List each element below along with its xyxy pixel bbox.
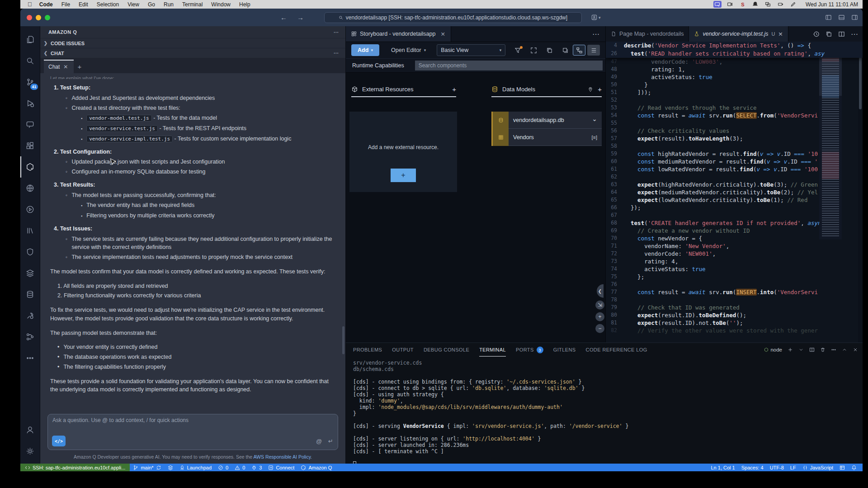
ports-indicator[interactable]: 3 [248,464,265,471]
add-external-resource-button[interactable]: + [391,169,416,182]
filter-icon[interactable] [514,47,521,54]
section-more-icon[interactable]: ⋯ [334,50,339,56]
eol[interactable]: LF [787,464,799,471]
open-changes-icon[interactable] [826,30,832,38]
activity-library[interactable] [20,220,40,241]
editor-tab[interactable]: vendor-service-impl.test.jsU✕ [689,26,788,42]
new-chat-tab-button[interactable]: + [74,60,85,73]
chat-tab[interactable]: Chat ✕ [44,60,74,73]
camera-status-icon[interactable] [726,1,734,8]
section-chat[interactable]: ❮︎ CHAT ⋯ [40,48,345,58]
panel-tab-debug-console[interactable]: DEBUG CONSOLE [424,343,469,357]
activity-amazon-q[interactable] [20,156,40,178]
battery-icon[interactable] [777,1,785,8]
panel-tab-code-reference-log[interactable]: CODE REFERENCE LOG [586,343,647,357]
s-app-icon[interactable]: S [739,1,747,8]
zoom-out-icon[interactable]: − [595,324,604,333]
errors[interactable]: 0 [215,464,231,471]
connect[interactable]: Connect [265,464,297,471]
apple-menu-icon[interactable]:  [28,1,32,8]
list-view-toggle[interactable] [587,45,600,56]
indentation[interactable]: Spaces: 4 [738,464,767,471]
menu-item-window[interactable]: Window [211,1,231,8]
graph-view-toggle[interactable] [573,45,585,56]
chat-input[interactable] [52,417,333,423]
chat-scrollbar[interactable] [342,326,344,354]
shell-process-label[interactable]: node [764,347,782,352]
activity-pipeline[interactable] [20,326,40,347]
search-components-input[interactable] [415,61,603,70]
minimap[interactable] [819,42,842,239]
toggle-panel-icon[interactable] [838,14,845,21]
add-button[interactable]: Add▾ [351,44,379,56]
notification-icon[interactable] [751,1,760,8]
chevron-down-icon[interactable]: ⌄ [592,115,597,122]
data-model-row[interactable]: Vendors[≡] [491,129,602,146]
tab-bar-more-icon[interactable]: ⋯ [592,30,600,38]
menu-item-view[interactable]: View [127,1,139,8]
menu-item-help[interactable]: Help [239,1,250,8]
menu-item-run[interactable]: Run [164,1,174,8]
add-external-resource-icon[interactable]: + [452,85,456,93]
panel-tab-gitlens[interactable]: GITLENS [553,343,576,357]
editor-tab[interactable]: Page Map - vendordetails [606,26,689,42]
split-icon[interactable] [809,347,815,352]
remote-indicator[interactable]: SSH: sap-tfc-administration.eu10cf.appli… [20,464,130,471]
plus-icon[interactable] [788,347,793,352]
panel-more-icon[interactable]: ⋯ [334,29,339,35]
layers-indicator[interactable] [165,464,176,471]
zoom-fit-icon[interactable]: ⇲ [595,300,604,310]
activity-settings[interactable] [20,441,40,462]
display-pair-icon[interactable] [764,1,772,8]
close-window-button[interactable] [27,15,32,20]
fit-to-screen-icon[interactable] [530,47,537,54]
layout-indicator[interactable] [836,464,848,471]
activity-more[interactable] [20,347,40,369]
activity-globe[interactable] [20,178,40,199]
menu-item-go[interactable]: Go [148,1,155,8]
pen-icon[interactable] [789,1,797,8]
editor-more-icon[interactable]: ⋯ [851,30,858,38]
launchpad[interactable]: Launchpad [176,464,215,471]
zoom-in-icon[interactable]: + [595,312,604,321]
view-select[interactable]: Basic View▾ [437,44,505,56]
language-mode[interactable]: JavaScript [799,464,836,471]
storyboard-tab[interactable]: Storyboard - vendordetailsapp ✕ [346,26,451,42]
close-icon[interactable]: ✕ [778,31,783,38]
panel-tab-problems[interactable]: PROBLEMS [353,343,382,357]
code-context-button[interactable]: </> [52,436,66,446]
chat-message-area[interactable]: Let me explain what I've done:1. Test Se… [40,73,345,411]
close-icon[interactable] [853,347,858,352]
activity-database[interactable] [20,284,40,305]
panel-tab-ports[interactable]: PORTS3 [516,343,543,357]
timeline-history-icon[interactable] [813,30,820,38]
split-editor-icon[interactable] [838,30,845,38]
pin-icon[interactable] [588,87,593,92]
terminal-output[interactable]: srv/vendor-service.cdsdb/schema.cds[cds]… [346,357,863,464]
at-mention-icon[interactable]: @ [316,438,322,445]
chevron-up-icon[interactable] [842,347,847,352]
data-model-row[interactable]: vendordetailsapp.db⌄ [491,112,602,129]
screen-mirroring-icon[interactable] [713,1,722,8]
menu-item-selection[interactable]: Selection [97,1,119,8]
nav-forward-icon[interactable]: → [297,14,304,21]
menu-item-code[interactable]: Code [39,1,53,8]
activity-chat[interactable] [20,114,40,135]
encoding[interactable]: UTF-8 [767,464,787,471]
more-icon[interactable] [831,347,836,352]
amazon-q-status[interactable]: Amazon Q [297,464,335,471]
menu-item-terminal[interactable]: Terminal [182,1,203,8]
activity-run-debug[interactable] [20,93,40,114]
section-code-issues[interactable]: ❯ CODE ISSUES [40,38,345,48]
activity-source-control[interactable]: 41 [20,71,40,93]
open-editor-button[interactable]: Open Editor▾ [391,47,426,53]
chevron-down-icon[interactable] [798,347,804,352]
toggle-secondary-sidebar-icon[interactable] [851,14,858,21]
close-icon[interactable]: ✕ [440,31,445,38]
copy-layout-icon[interactable] [562,47,569,54]
detail-icon[interactable]: [≡] [591,135,597,140]
panel-tab-terminal[interactable]: TERMINAL [479,343,506,357]
activity-search[interactable] [20,50,40,71]
minimize-window-button[interactable] [36,15,41,20]
command-center-search[interactable]: vendordetailsapp [SSH: sap-tfc-administr… [324,12,582,23]
